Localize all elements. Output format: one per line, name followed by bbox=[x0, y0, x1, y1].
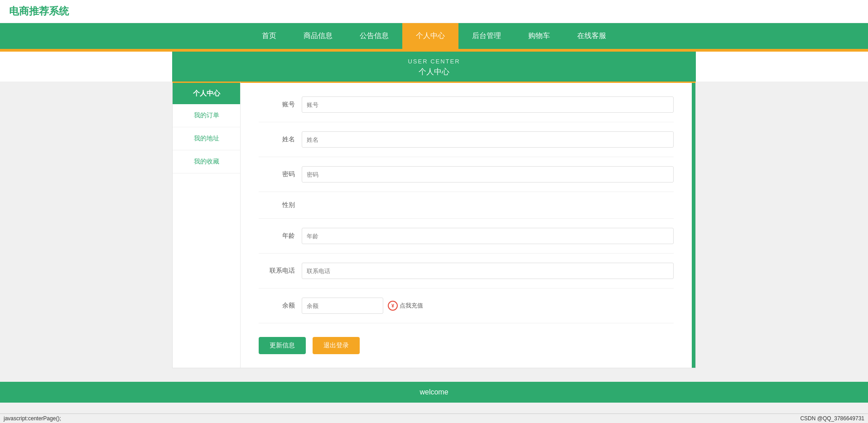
footer-text: welcome bbox=[420, 388, 448, 396]
nav-item-announcements[interactable]: 公告信息 bbox=[346, 23, 402, 49]
sidebar: 个人中心 我的订单 我的地址 我的收藏 bbox=[173, 82, 241, 368]
update-button[interactable]: 更新信息 bbox=[259, 337, 306, 354]
nav-item-cart[interactable]: 购物车 bbox=[515, 23, 564, 49]
form-area: 账号 姓名 密码 性别 年龄 bbox=[241, 83, 692, 368]
account-label: 账号 bbox=[259, 101, 295, 109]
nav-item-user-center[interactable]: 个人中心 bbox=[402, 23, 458, 49]
phone-input[interactable] bbox=[302, 263, 674, 279]
page-header: USER CENTER 个人中心 bbox=[172, 52, 696, 82]
page-header-zh: 个人中心 bbox=[172, 67, 696, 77]
name-row: 姓名 bbox=[259, 131, 674, 157]
sidebar-item-favorites[interactable]: 我的收藏 bbox=[173, 150, 240, 173]
phone-row: 联系电话 bbox=[259, 263, 674, 288]
main-wrapper: 个人中心 我的订单 我的地址 我的收藏 账号 姓名 密码 bbox=[0, 82, 868, 382]
password-label: 密码 bbox=[259, 170, 295, 178]
password-input[interactable] bbox=[302, 166, 674, 183]
name-input[interactable] bbox=[302, 131, 674, 148]
app-title: 电商推荐系统 bbox=[9, 5, 69, 17]
logout-button[interactable]: 退出登录 bbox=[313, 337, 360, 354]
gender-row: 性别 bbox=[259, 201, 674, 219]
top-bar: 电商推荐系统 bbox=[0, 0, 868, 23]
footer: welcome bbox=[0, 382, 868, 403]
password-row: 密码 bbox=[259, 166, 674, 192]
sidebar-item-orders[interactable]: 我的订单 bbox=[173, 104, 240, 127]
age-input[interactable] bbox=[302, 228, 674, 244]
nav-item-products[interactable]: 商品信息 bbox=[290, 23, 346, 49]
content-box: 个人中心 我的订单 我的地址 我的收藏 账号 姓名 密码 bbox=[172, 82, 696, 368]
balance-label: 余额 bbox=[259, 302, 295, 310]
account-input[interactable] bbox=[302, 96, 674, 113]
balance-container: ¥ 点我充值 bbox=[302, 298, 674, 314]
balance-input[interactable] bbox=[302, 298, 383, 314]
age-label: 年龄 bbox=[259, 232, 295, 240]
yuan-icon: ¥ bbox=[388, 301, 398, 311]
page-header-en: USER CENTER bbox=[172, 58, 696, 65]
name-label: 姓名 bbox=[259, 135, 295, 144]
nav-bar: 首页 商品信息 公告信息 个人中心 后台管理 购物车 在线客服 bbox=[0, 23, 868, 49]
sidebar-header: 个人中心 bbox=[173, 83, 240, 104]
btn-row: 更新信息 退出登录 bbox=[259, 332, 674, 354]
phone-label: 联系电话 bbox=[259, 267, 295, 275]
nav-item-home[interactable]: 首页 bbox=[248, 23, 290, 49]
recharge-button[interactable]: ¥ 点我充值 bbox=[388, 301, 423, 311]
gender-label: 性别 bbox=[259, 201, 295, 209]
recharge-label: 点我充值 bbox=[400, 302, 423, 310]
sidebar-item-address[interactable]: 我的地址 bbox=[173, 127, 240, 150]
balance-row: 余额 ¥ 点我充值 bbox=[259, 298, 674, 323]
account-row: 账号 bbox=[259, 96, 674, 122]
right-accent-bar bbox=[692, 83, 695, 368]
nav-item-support[interactable]: 在线客服 bbox=[564, 23, 620, 49]
nav-item-admin[interactable]: 后台管理 bbox=[458, 23, 515, 49]
age-row: 年龄 bbox=[259, 228, 674, 254]
